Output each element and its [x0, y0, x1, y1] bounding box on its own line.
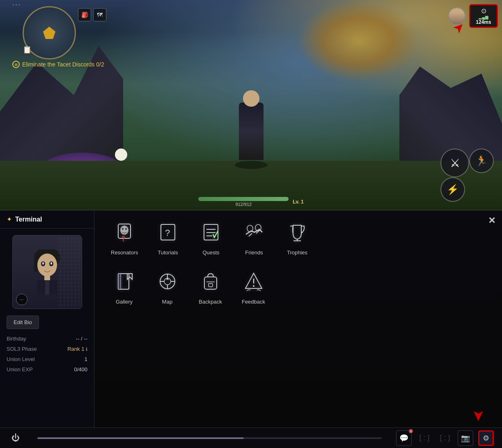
quest-text: ⊕ Eliminate the Tacet Discords 0/2	[12, 61, 104, 68]
settings-button[interactable]: ⚙	[478, 430, 494, 446]
chat-button[interactable]: 💬 1	[396, 430, 412, 446]
menu-row-2: Gallery Map	[111, 268, 486, 305]
creature	[115, 149, 127, 161]
friends-icon	[241, 219, 267, 245]
ping-value: 124ms	[476, 19, 491, 25]
top-left-icons: 🎒 🗺	[78, 8, 106, 21]
quest-description: Eliminate the Tacet Discords 0/2	[22, 61, 104, 68]
gallery-icon	[111, 268, 138, 295]
menu-item-friends[interactable]: Friends	[241, 219, 267, 256]
svg-point-39	[253, 285, 254, 287]
trophies-label: Trophies	[287, 249, 307, 256]
power-button[interactable]: ⏻	[8, 431, 23, 446]
sol3-value: Rank 1 ℹ	[67, 346, 87, 352]
dots-menu[interactable]: ···	[12, 0, 21, 9]
hp-text: 912/912	[235, 202, 252, 207]
backpack-icon	[197, 268, 224, 295]
terminal-main: ❓ Resonators ? Tutorials	[94, 210, 502, 427]
health-bar	[198, 197, 289, 201]
attack-button[interactable]: ⚔	[440, 149, 469, 177]
edit-bio-button[interactable]: Edit Bio	[7, 315, 39, 329]
union-level-label: Union Level	[7, 356, 35, 362]
game-viewport: 🎒 🗺 📋 ⊕ Eliminate the Tacet Discords 0/2…	[0, 0, 502, 210]
golden-foliage	[297, 0, 420, 82]
menu-item-quests[interactable]: Quests	[197, 219, 224, 256]
menu-item-gallery[interactable]: Gallery	[111, 268, 138, 305]
tutorials-icon: ?	[154, 219, 181, 245]
resonators-label: Resonators	[111, 249, 138, 256]
svg-text:?: ?	[165, 228, 170, 238]
menu-item-resonators[interactable]: ❓ Resonators	[111, 219, 138, 256]
character-stats: Birthday -- / -- SOL3 Phase Rank 1 ℹ Uni…	[0, 329, 94, 383]
svg-point-2	[37, 254, 57, 277]
terminal-panel: ✦ Terminal	[0, 210, 502, 427]
ping-icon: ⊙	[481, 7, 486, 15]
bottom-hud: 912/912 Lv. 1	[0, 197, 502, 207]
svg-rect-7	[44, 275, 50, 281]
svg-rect-9	[45, 280, 49, 295]
svg-rect-26	[118, 274, 121, 289]
menu-item-tutorials[interactable]: ? Tutorials	[154, 219, 181, 256]
separator1: [ : ]	[417, 430, 432, 446]
player-level: Lv. 1	[293, 199, 303, 205]
svg-point-21	[247, 225, 253, 232]
union-exp-value: 0/400	[74, 366, 87, 373]
birthday-value: -- / --	[76, 336, 87, 342]
quests-icon	[197, 219, 224, 245]
char-shadow	[235, 161, 268, 169]
menu-item-feedback[interactable]: Feedback	[240, 268, 267, 305]
feedback-icon	[240, 268, 267, 295]
menu-item-backpack[interactable]: Backpack	[197, 268, 224, 305]
svg-point-5	[42, 262, 44, 265]
stat-row-sol3: SOL3 Phase Rank 1 ℹ	[7, 346, 87, 352]
map-icon	[154, 268, 181, 295]
terminal-diamond-icon: ✦	[7, 215, 12, 223]
svg-rect-1	[34, 258, 37, 272]
tutorials-label: Tutorials	[158, 249, 178, 256]
friends-label: Friends	[245, 249, 263, 256]
gallery-label: Gallery	[116, 299, 133, 305]
union-level-value: 1	[85, 356, 87, 362]
svg-text:❓: ❓	[120, 235, 126, 242]
chat-badge: 1	[409, 429, 413, 433]
terminal-close-button[interactable]: ✕	[488, 215, 495, 226]
ping-signal-bars: ▂▄▆	[479, 15, 488, 19]
menu-item-trophies[interactable]: Trophies	[284, 219, 310, 256]
union-exp-label: Union EXP	[7, 366, 33, 373]
char-body	[239, 103, 264, 160]
sol3-label: SOL3 Phase	[7, 346, 37, 352]
map-mini-icon[interactable]: 🗺	[93, 8, 106, 21]
quest-indicator-icon: ⊕	[12, 61, 20, 68]
character-portrait: ···	[12, 235, 82, 309]
stat-row-union-exp: Union EXP 0/400	[7, 366, 87, 373]
screenshot-button[interactable]: 📷	[458, 430, 473, 446]
stat-row-birthday: Birthday -- / --	[7, 336, 87, 342]
bottom-bar: ⏻ 💬 1 [ : ] [ : ] 📷 ⚙	[0, 427, 502, 448]
run-button[interactable]: 🏃	[469, 149, 494, 173]
separator2: [ : ]	[437, 430, 453, 446]
birthday-label: Birthday	[7, 336, 26, 342]
trophies-icon	[284, 219, 310, 245]
menu-item-map[interactable]: Map	[154, 268, 181, 305]
bottom-progress-fill	[37, 437, 244, 439]
minimap-marker	[43, 27, 55, 39]
bottom-right-icons: 💬 1 [ : ] [ : ] 📷 ⚙	[396, 430, 494, 446]
svg-rect-36	[209, 283, 213, 287]
portrait-more-button[interactable]: ···	[16, 294, 28, 305]
quests-label: Quests	[202, 249, 219, 256]
action-buttons: ⚔ 🏃 ⚡	[440, 149, 494, 202]
inventory-icon[interactable]: 🎒	[78, 8, 91, 21]
backpack-label: Backpack	[199, 299, 222, 305]
portrait-grid-bg	[57, 235, 82, 309]
health-bar-wrap: 912/912	[198, 197, 289, 207]
ping-box[interactable]: ⊙ ▂▄▆ 124ms	[469, 4, 498, 28]
char-head	[243, 90, 259, 107]
feedback-label: Feedback	[242, 299, 265, 305]
stat-row-union-level: Union Level 1	[7, 356, 87, 362]
resonators-icon: ❓	[111, 219, 138, 245]
terminal-title: Terminal	[15, 216, 42, 223]
terminal-title-bar: ✦ Terminal	[0, 210, 94, 229]
player-character	[235, 103, 268, 169]
svg-rect-34	[204, 277, 217, 289]
map-label: Map	[162, 299, 172, 305]
